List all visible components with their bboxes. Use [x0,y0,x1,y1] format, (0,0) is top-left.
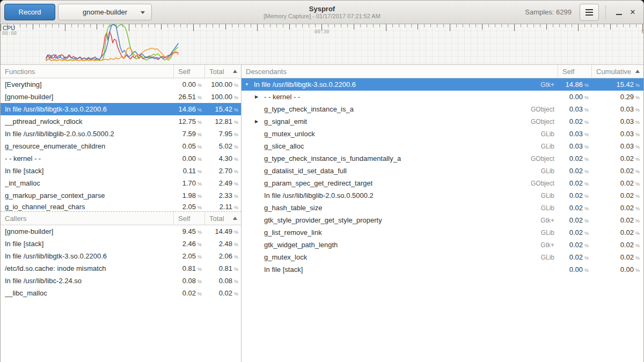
close-button[interactable]: ✕ [626,5,640,19]
table-row[interactable]: g_io_channel_read_chars2.05%2.11% [1,202,241,212]
expander-spacer [255,171,264,171]
table-row[interactable]: __libc_malloc0.02%0.02% [1,287,241,299]
self-value: 0.02% [173,289,204,297]
function-name: g_type_check_instance_is_fundamentally_a… [241,154,558,162]
table-row[interactable]: _int_malloc1.70%2.49% [1,177,241,189]
table-row[interactable]: [gnome-builder]26.51%100.00% [1,91,241,103]
record-button[interactable]: Record [4,4,55,20]
function-name: g_datalist_id_set_data_fullGLib [241,167,558,175]
function-name: _int_malloc [1,179,173,187]
total-value: 4.30% [204,154,241,162]
table-row[interactable]: g_slice_allocGLib0.03%0.03% [241,140,643,152]
table-row[interactable]: ▼In file /usr/lib/libgtk-3.so.0.2200.6Gt… [241,78,643,91]
table-row[interactable]: [gnome-builder]9.45%14.49% [1,225,241,238]
self-value: 0.02% [558,241,591,249]
library-badge: GObject [525,155,558,162]
function-name: g_mutex_lockGLib [241,253,558,261]
time-label-start: 00:00 [2,31,17,36]
table-row[interactable]: g_list_remove_linkGLib0.02%0.02% [241,226,643,239]
total-column-header[interactable]: Total [204,65,241,78]
table-row[interactable]: g_mutex_lockGLib0.02%0.02% [241,251,643,263]
function-name: __pthread_rwlock_rdlock [1,117,173,125]
table-row[interactable]: g_param_spec_get_redirect_targetGObject0… [241,177,643,189]
table-row[interactable]: ▶g_signal_emitGObject0.02%0.03% [241,115,643,128]
callers-column-header[interactable]: Callers [1,212,173,225]
table-row[interactable]: In file /usr/lib/libglib-2.0.so.0.5000.2… [241,189,643,202]
self-value: 0.02% [558,154,591,162]
table-row[interactable]: gtk_widget_path_lengthGtk+0.02%0.02% [241,239,643,251]
cumulative-column-header[interactable]: Cumulative [591,65,643,78]
total-value: 7.95% [204,130,241,138]
table-row[interactable]: ▶- - kernel - -0.00%0.29% [241,91,643,103]
cpu-timeline-graph[interactable]: CPU 00:00 00:30 01:00 [1,24,643,65]
cumulative-value: 0.03% [591,142,643,150]
self-value: 0.05% [173,142,204,150]
table-row[interactable]: In file [stack]2.46%2.48% [1,238,241,250]
table-row[interactable]: gtk_style_provider_get_style_propertyGtk… [241,214,643,226]
expander-spacer [255,208,264,208]
menu-button[interactable] [580,4,599,21]
table-row[interactable]: [Everything]0.00%100.00% [1,78,241,91]
table-row[interactable]: g_type_check_instance_is_fundamentally_a… [241,152,643,165]
table-row[interactable]: g_mutex_unlockGLib0.03%0.03% [241,128,643,140]
library-badge: GObject [525,118,558,125]
self-value: 26.51% [173,93,204,101]
table-row[interactable]: In file /usr/lib/libc-2.24.so0.08%0.08% [1,275,241,287]
total-value: 0.02% [204,289,241,297]
self-value: 0.02% [558,167,591,175]
table-row[interactable]: In file [stack]0.00%0.00% [241,263,643,276]
function-name: In file /usr/lib/libglib-2.0.so.0.5000.2… [241,191,558,200]
total-value: 100.00% [204,93,241,101]
table-row[interactable]: __pthread_rwlock_rdlock12.75%12.81% [1,115,241,128]
expander-closed-icon[interactable]: ▶ [255,94,264,99]
self-value: 0.00% [558,265,591,274]
table-row[interactable]: g_type_check_instance_is_aGObject0.03%0.… [241,103,643,115]
cumulative-value: 0.02% [591,204,643,212]
window-title-block: Sysprof [Memory Capture] - 01/17/2017 07… [108,1,536,24]
expander-spacer [255,232,264,233]
functions-table-header: Functions Self Total [1,65,241,78]
library-badge: GLib [536,192,558,200]
table-row[interactable]: In file /usr/lib/libgtk-3.so.0.2200.62.0… [1,250,241,262]
cumulative-value: 0.29% [591,93,643,101]
self-value: 9.45% [173,227,204,235]
self-column-header[interactable]: Self [173,65,204,78]
time-label-end: 01:00 [641,29,643,34]
table-row[interactable]: g_markup_parse_context_parse1.98%2.33% [1,189,241,202]
expander-open-icon[interactable]: ▼ [245,82,254,87]
table-row[interactable]: g_hash_table_sizeGLib0.02%0.02% [241,202,643,214]
target-process-selector[interactable]: gnome-builder [58,4,152,20]
self-value: 0.00% [558,93,591,101]
callers-self-column-header[interactable]: Self [173,212,204,225]
cumulative-value: 0.02% [591,167,643,175]
table-row[interactable]: - - kernel - -0.00%4.30% [1,152,241,165]
function-name: g_param_spec_get_redirect_targetGObject [241,179,558,187]
function-name: In file /usr/lib/libgtk-3.so.0.2200.6 [1,105,173,113]
table-row[interactable]: In file [stack]0.11%2.70% [1,165,241,177]
table-row[interactable]: /etc/ld.so.cache: inode mismatch0.81%0.8… [1,262,241,275]
function-name: [gnome-builder] [1,227,173,235]
table-row[interactable]: g_datalist_id_set_data_fullGLib0.02%0.02… [241,165,643,177]
callers-table-header: Callers Self Total [1,212,241,225]
descendants-self-column-header[interactable]: Self [558,65,591,78]
table-row[interactable]: In file /usr/lib/libglib-2.0.so.0.5000.2… [1,128,241,140]
library-badge: GLib [536,143,558,150]
library-badge: Gtk+ [535,217,558,224]
self-value: 0.02% [558,253,591,261]
expander-closed-icon[interactable]: ▶ [255,119,264,124]
minimize-button[interactable] [612,5,626,19]
header-left-controls: Record gnome-builder [4,4,152,20]
main-panes: Functions Self Total [Everything]0.00%10… [1,65,643,362]
expander-spacer [255,257,264,257]
callers-total-column-header[interactable]: Total [204,212,241,225]
functions-column-header[interactable]: Functions [1,65,173,78]
function-name: g_markup_parse_context_parse [1,191,173,200]
function-name: In file /usr/lib/libgtk-3.so.0.2200.6 [1,252,173,260]
cumulative-value: 0.03% [591,117,643,125]
sort-ascending-icon [233,217,237,220]
samples-count: Samples: 6299 [525,8,572,16]
table-row[interactable]: g_resource_enumerate_children0.05%5.02% [1,140,241,152]
descendants-column-header[interactable]: Descendants [241,65,558,78]
table-row[interactable]: In file /usr/lib/libgtk-3.so.0.2200.614.… [1,103,241,115]
self-value: 0.02% [558,204,591,212]
